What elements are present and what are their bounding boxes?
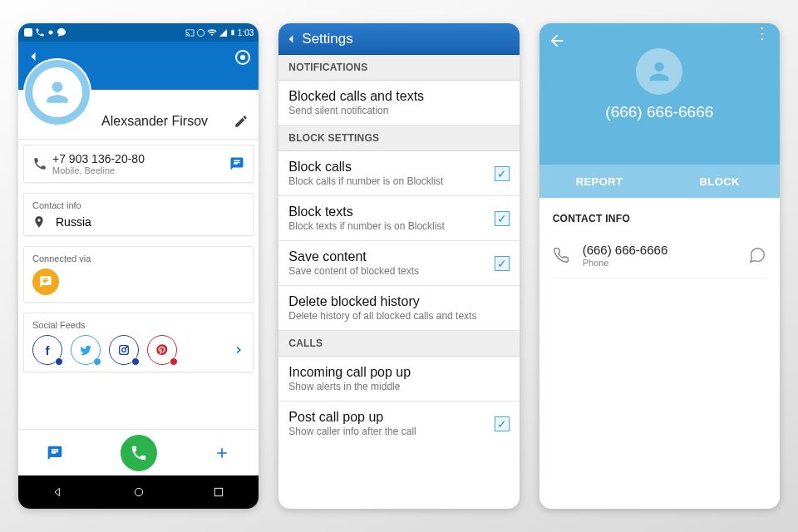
nav-home-icon[interactable] xyxy=(132,485,145,499)
item-block-texts[interactable]: Block texts Block texts if number is on … xyxy=(278,196,519,241)
location-row[interactable]: Russia xyxy=(32,215,244,229)
location-text: Russia xyxy=(56,215,91,229)
item-sub: Send silent notification xyxy=(288,105,424,116)
battery-icon xyxy=(229,27,236,37)
chevron-right-icon xyxy=(233,344,244,356)
phone-outline-icon xyxy=(553,247,569,264)
item-incoming-popup[interactable]: Incoming call pop up Show alerts in the … xyxy=(278,357,519,401)
section-notifications: NOTIFICATIONS xyxy=(278,55,519,81)
svg-point-1 xyxy=(49,31,53,35)
checkbox-checked[interactable]: ✓ xyxy=(495,256,510,271)
arrow-left-icon xyxy=(548,32,566,50)
item-save-content[interactable]: Save content Save content of blocked tex… xyxy=(278,241,519,286)
cast-icon xyxy=(185,28,195,37)
wifi-icon xyxy=(207,27,217,37)
instagram-icon[interactable] xyxy=(109,335,139,365)
svg-point-6 xyxy=(135,488,142,495)
section-calls: CALLS xyxy=(278,331,519,357)
call-button[interactable] xyxy=(121,435,157,471)
pinterest-icon[interactable] xyxy=(147,335,177,365)
tab-report[interactable]: REPORT xyxy=(539,165,660,198)
circle-outline-icon xyxy=(196,28,205,37)
item-title: Blocked calls and texts xyxy=(288,89,424,104)
phone-row[interactable]: (666) 666-6666 Phone xyxy=(553,243,766,278)
header-number: (666) 666-6666 xyxy=(605,103,713,121)
overflow-menu-button[interactable]: ⋮ xyxy=(755,32,770,35)
contact-name-row: Alexsander Firsov xyxy=(18,90,259,140)
svg-point-2 xyxy=(197,29,204,36)
item-title: Incoming call pop up xyxy=(288,365,411,380)
item-blocked-calls-texts[interactable]: Blocked calls and texts Send silent noti… xyxy=(278,81,519,126)
back-button[interactable] xyxy=(548,32,566,50)
chat-outline-icon xyxy=(748,246,766,264)
bottom-add-button[interactable] xyxy=(214,445,230,461)
item-sub: Show alerts in the middle xyxy=(288,381,411,392)
status-left-icons xyxy=(23,27,66,37)
header-action-icon[interactable] xyxy=(235,50,250,65)
back-button[interactable] xyxy=(283,32,298,47)
caller-header: ⋮ (666) 666-6666 xyxy=(539,23,780,165)
status-time: 1:03 xyxy=(238,28,254,37)
row-number: (666) 666-6666 xyxy=(583,243,668,257)
settings-header: Settings xyxy=(278,23,519,55)
checkbox-checked[interactable]: ✓ xyxy=(495,166,510,181)
contact-info-card: Contact info Russia xyxy=(23,193,254,236)
phone-number-sub: Mobile, Beeline xyxy=(52,165,229,175)
contact-info-label: CONTACT INFO xyxy=(553,213,766,224)
svg-point-4 xyxy=(122,348,126,352)
nav-back-icon[interactable] xyxy=(52,485,65,499)
bottom-action-bar xyxy=(18,429,259,475)
checkbox-checked[interactable]: ✓ xyxy=(495,416,510,431)
social-feeds-card: Social Feeds f xyxy=(23,313,254,372)
item-sub: Block calls if number is on Blocklist xyxy=(288,175,443,187)
connected-via-label: Connected via xyxy=(32,254,244,264)
android-nav-bar xyxy=(18,475,259,509)
item-title: Block texts xyxy=(288,204,444,219)
message-button[interactable] xyxy=(229,156,244,171)
connected-via-card: Connected via xyxy=(23,246,254,303)
facebook-icon[interactable]: f xyxy=(32,335,62,365)
avatar[interactable] xyxy=(23,58,91,126)
action-tabs: REPORT BLOCK xyxy=(539,165,780,198)
item-post-call-popup[interactable]: Post call pop up Show caller info after … xyxy=(278,401,519,446)
phone-2-settings: Settings NOTIFICATIONS Blocked calls and… xyxy=(278,23,519,509)
avatar xyxy=(636,48,682,95)
section-block-settings: BLOCK SETTINGS xyxy=(278,126,519,151)
svg-point-5 xyxy=(126,347,127,347)
pencil-icon xyxy=(234,114,249,129)
edit-button[interactable] xyxy=(234,114,249,129)
message-button[interactable] xyxy=(748,246,766,264)
chat-icon xyxy=(39,275,52,288)
item-title: Delete blocked history xyxy=(288,294,476,309)
contact-name: Alexsander Firsov xyxy=(101,114,208,139)
phone-icon xyxy=(130,444,148,462)
contact-info-label: Contact info xyxy=(32,200,244,210)
svg-rect-0 xyxy=(24,28,32,37)
phone-number-card[interactable]: +7 903 136-20-80 Mobile, Beeline xyxy=(23,145,254,183)
nav-recents-icon[interactable] xyxy=(212,485,225,499)
connected-app-icon[interactable] xyxy=(32,268,59,295)
row-sub: Phone xyxy=(583,258,668,268)
message-icon xyxy=(229,156,244,171)
android-statusbar: 1:03 xyxy=(18,23,259,42)
tab-block[interactable]: BLOCK xyxy=(659,165,780,198)
status-right-icons: 1:03 xyxy=(185,27,254,37)
item-sub: Delete history of all blocked calls and … xyxy=(288,310,476,322)
svg-rect-7 xyxy=(214,488,222,495)
dot-icon xyxy=(47,28,55,37)
twitter-icon[interactable] xyxy=(71,335,101,365)
checkbox-checked[interactable]: ✓ xyxy=(495,211,510,226)
pin-icon xyxy=(32,215,46,229)
item-block-calls[interactable]: Block calls Block calls if number is on … xyxy=(278,151,519,196)
social-feeds-label: Social Feeds xyxy=(32,320,244,330)
app-icon xyxy=(23,27,33,37)
chat-bubble-icon xyxy=(57,27,66,37)
item-title: Block calls xyxy=(288,160,443,175)
chevron-left-icon xyxy=(283,32,298,47)
item-delete-history[interactable]: Delete blocked history Delete history of… xyxy=(278,286,519,331)
item-sub: Show caller info after the call xyxy=(288,426,416,437)
social-expand-button[interactable] xyxy=(233,344,244,356)
bottom-message-button[interactable] xyxy=(47,445,63,461)
message-icon xyxy=(47,445,63,461)
person-icon xyxy=(645,57,673,86)
